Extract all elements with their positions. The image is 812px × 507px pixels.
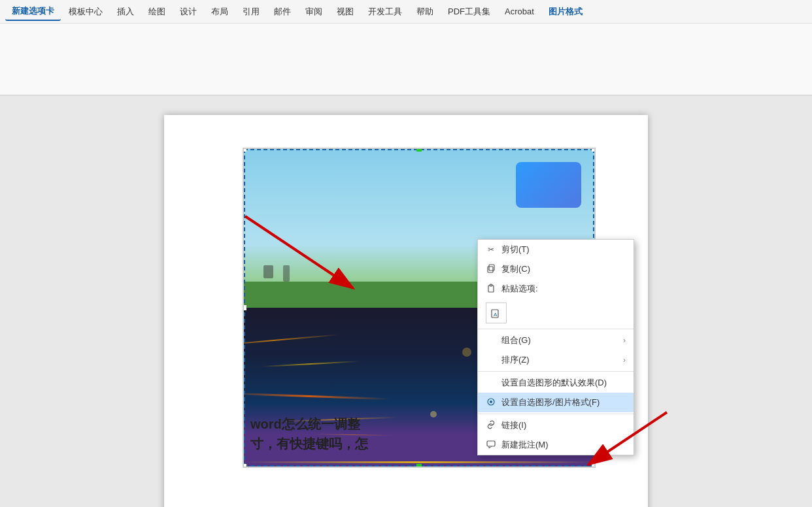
menu-item-template[interactable]: 模板中心 bbox=[62, 3, 109, 20]
ctx-group[interactable]: 组合(G) › bbox=[478, 331, 634, 350]
ctx-setdefault-label: 设置自选图形的默认效果(D) bbox=[501, 377, 626, 389]
menu-item-help[interactable]: 帮助 bbox=[410, 3, 440, 20]
ctx-copy[interactable]: 复制(C) bbox=[478, 259, 634, 279]
ctx-comment-label: 新建批注(M) bbox=[501, 439, 626, 451]
menu-item-reference[interactable]: 引用 bbox=[236, 3, 266, 20]
speed-line-3 bbox=[244, 392, 390, 400]
ctx-setdefault[interactable]: 设置自选图形的默认效果(D) bbox=[478, 373, 634, 393]
ctx-link[interactable]: 链接(I) bbox=[478, 416, 634, 435]
group-arrow-icon: › bbox=[623, 336, 626, 345]
ctx-comment[interactable]: 新建批注(M) bbox=[478, 435, 634, 455]
handle-bot-left[interactable] bbox=[243, 464, 246, 468]
ctx-sort-label: 排序(Z) bbox=[501, 354, 618, 366]
menu-item-mail[interactable]: 邮件 bbox=[267, 3, 297, 20]
ctx-group-label: 组合(G) bbox=[501, 335, 618, 346]
menu-item-acrobat[interactable]: Acrobat bbox=[498, 4, 541, 19]
bokeh-4 bbox=[430, 411, 437, 417]
ctx-setformat-label: 设置自选图形/图片格式(F) bbox=[501, 397, 626, 408]
svg-rect-4 bbox=[488, 267, 493, 272]
image-text-overlay: word怎么统一调整 寸，有快捷键吗，怎 bbox=[250, 414, 368, 453]
menu-item-picture-format[interactable]: 图片格式 bbox=[542, 3, 589, 20]
ctx-cut-label: 剪切(T) bbox=[501, 244, 626, 255]
separator-2 bbox=[478, 371, 634, 372]
menu-item-design[interactable]: 设计 bbox=[173, 3, 203, 20]
decoration bbox=[263, 265, 273, 278]
menubar: 新建选项卡 模板中心 插入 绘图 设计 布局 引用 邮件 审阅 视图 开发工具 … bbox=[0, 0, 812, 24]
handle-bot-right[interactable] bbox=[592, 464, 596, 468]
sort-arrow-icon: › bbox=[623, 355, 626, 365]
ctx-setformat[interactable]: 设置自选图形/图片格式(F) bbox=[478, 393, 634, 412]
context-menu: ✂ 剪切(T) 复制(C) 粘贴选项: A bbox=[477, 239, 634, 455]
menu-item-new-tab[interactable]: 新建选项卡 bbox=[5, 3, 61, 21]
menu-item-insert[interactable]: 插入 bbox=[110, 3, 141, 20]
handle-mid-left[interactable] bbox=[243, 305, 246, 310]
ribbon bbox=[0, 24, 812, 95]
paste-icon bbox=[486, 284, 496, 295]
link-icon bbox=[486, 420, 496, 431]
cut-icon: ✂ bbox=[486, 245, 496, 254]
handle-top-left[interactable] bbox=[243, 148, 246, 152]
svg-text:A: A bbox=[494, 312, 498, 318]
setformat-icon bbox=[486, 397, 496, 408]
blue-card bbox=[516, 162, 581, 208]
handle-top-center[interactable] bbox=[416, 148, 422, 152]
menu-item-view[interactable]: 视图 bbox=[330, 3, 360, 20]
ctx-sort[interactable]: 排序(Z) › bbox=[478, 350, 634, 370]
svg-rect-5 bbox=[489, 265, 494, 270]
ctx-link-label: 链接(I) bbox=[501, 419, 626, 431]
separator-3 bbox=[478, 414, 634, 414]
menu-item-draw[interactable]: 绘图 bbox=[142, 3, 172, 20]
road-line bbox=[244, 461, 594, 463]
menu-item-pdf[interactable]: PDF工具集 bbox=[441, 3, 497, 20]
svg-point-11 bbox=[490, 401, 492, 403]
svg-rect-12 bbox=[487, 441, 495, 446]
ctx-cut[interactable]: ✂ 剪切(T) bbox=[478, 240, 634, 259]
ctx-copy-label: 复制(C) bbox=[501, 263, 626, 275]
bokeh-2 bbox=[462, 348, 471, 357]
comment-icon bbox=[486, 440, 496, 451]
doc-area: word怎么统一调整 寸，有快捷键吗，怎 bbox=[0, 95, 812, 507]
ctx-paste-label: 粘贴选项: bbox=[501, 283, 626, 295]
decoration2 bbox=[283, 265, 290, 282]
ctx-paste-label-row: 粘贴选项: bbox=[478, 279, 634, 299]
img-text-line1: word怎么统一调整 bbox=[250, 414, 368, 434]
speed-line-1 bbox=[244, 334, 339, 346]
speed-line-2 bbox=[262, 361, 360, 367]
img-text-line2: 寸，有快捷键吗，怎 bbox=[250, 434, 368, 453]
paste-icon-row: A bbox=[486, 301, 626, 325]
handle-top-right[interactable] bbox=[592, 148, 596, 152]
menu-item-layout[interactable]: 布局 bbox=[205, 3, 235, 20]
menu-item-review[interactable]: 审阅 bbox=[299, 3, 329, 20]
svg-rect-7 bbox=[490, 284, 492, 286]
copy-icon bbox=[486, 264, 496, 275]
separator-1 bbox=[478, 329, 634, 329]
paste-icons-section: A bbox=[478, 299, 634, 327]
handle-bot-center[interactable] bbox=[416, 464, 422, 468]
paste-keep-format-btn[interactable]: A bbox=[486, 303, 507, 323]
menu-item-dev[interactable]: 开发工具 bbox=[362, 3, 409, 20]
